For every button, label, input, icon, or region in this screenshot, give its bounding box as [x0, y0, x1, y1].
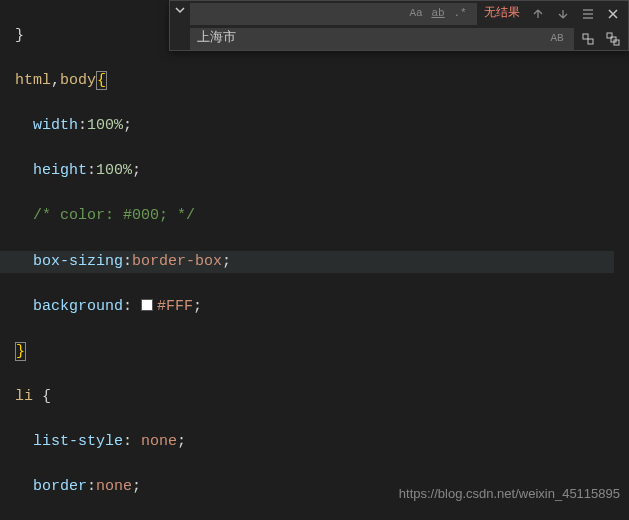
code-line: height:100%;	[15, 160, 614, 183]
watermark-text: https://blog.csdn.net/weixin_45115895	[399, 483, 620, 506]
code-line: list-style: none;	[15, 431, 614, 454]
find-input[interactable]: Aa ab .*	[190, 3, 477, 25]
replace-icon	[581, 32, 595, 46]
prev-match-button[interactable]	[527, 3, 549, 25]
replace-one-button[interactable]	[577, 28, 599, 50]
editor-code[interactable]: } html,body{ width:100%; height:100%; /*…	[15, 2, 614, 520]
close-icon	[607, 8, 619, 20]
toggle-replace-button[interactable]	[170, 1, 190, 50]
replace-row: 上海市 AB	[190, 26, 628, 51]
regex-button[interactable]: .*	[450, 5, 470, 23]
svg-rect-0	[583, 34, 588, 39]
code-line: /* color: #000; */	[15, 205, 614, 228]
code-line-active: box-sizing:border-box;	[0, 251, 614, 274]
replace-all-button[interactable]	[602, 28, 624, 50]
code-line: html,body{	[15, 70, 614, 93]
code-line: background: #FFF;	[15, 296, 614, 319]
next-match-button[interactable]	[552, 3, 574, 25]
svg-rect-1	[588, 39, 593, 44]
color-swatch-icon	[141, 299, 153, 311]
replace-all-icon	[606, 32, 620, 46]
preserve-case-button[interactable]: AB	[547, 30, 567, 48]
chevron-down-icon	[174, 4, 186, 16]
selection-icon	[581, 7, 595, 21]
replace-input[interactable]: 上海市 AB	[190, 28, 574, 50]
close-find-button[interactable]	[602, 3, 624, 25]
find-row: Aa ab .* 无结果	[190, 1, 628, 26]
arrow-down-icon	[556, 7, 570, 21]
code-line: }	[15, 341, 614, 364]
match-whole-word-button[interactable]: ab	[428, 5, 448, 23]
code-line: li {	[15, 386, 614, 409]
code-line: width:100%;	[15, 115, 614, 138]
match-case-button[interactable]: Aa	[406, 5, 426, 23]
arrow-up-icon	[531, 7, 545, 21]
find-result-count: 无结果	[480, 2, 524, 25]
find-in-selection-button[interactable]	[577, 3, 599, 25]
find-replace-panel: Aa ab .* 无结果 上海市 AB	[169, 0, 629, 51]
